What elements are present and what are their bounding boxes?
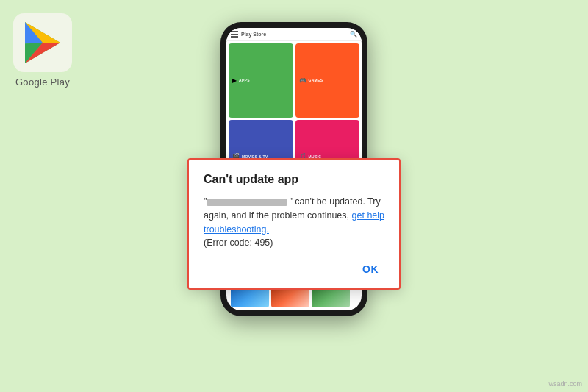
games-label: GAMES	[309, 78, 323, 82]
watermark: wsadn.com	[548, 380, 582, 388]
error-code: (Error code: 495)	[204, 238, 273, 248]
play-store-header: Play Store 🔍	[226, 28, 362, 41]
play-store-header-left: Play Store	[231, 31, 266, 38]
search-icon[interactable]: 🔍	[350, 31, 357, 38]
hamburger-icon	[231, 31, 238, 38]
apps-label: APPS	[239, 78, 250, 82]
google-play-logo: Google Play	[13, 13, 72, 88]
play-store-title: Play Store	[241, 32, 266, 37]
google-play-label: Google Play	[15, 76, 70, 88]
games-icon: 🎮	[299, 77, 306, 84]
category-apps[interactable]: ▶ APPS	[229, 43, 293, 118]
dialog-body: "" can't be updated. Try again, and if t…	[204, 195, 384, 250]
dialog-footer: OK	[204, 260, 384, 278]
app-name-placeholder	[207, 199, 287, 206]
ok-button[interactable]: OK	[356, 260, 384, 278]
category-games[interactable]: 🎮 GAMES	[295, 43, 360, 118]
dialog-title: Can't update app	[204, 173, 384, 186]
google-play-icon	[13, 13, 72, 72]
apps-icon: ▶	[232, 77, 237, 84]
error-dialog: Can't update app "" can't be updated. Tr…	[187, 158, 401, 290]
